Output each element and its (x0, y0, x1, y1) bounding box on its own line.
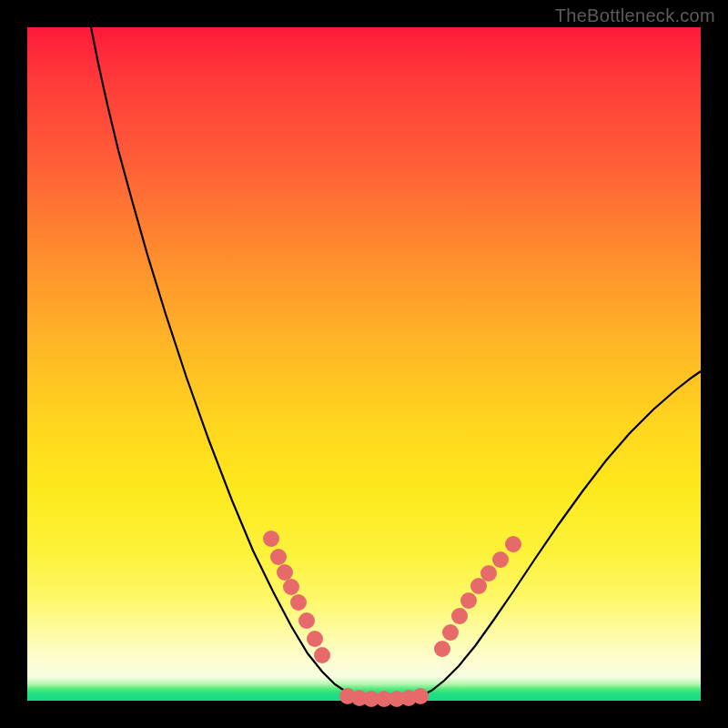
plot-area (27, 27, 701, 701)
data-point (451, 608, 468, 624)
data-point (307, 631, 323, 647)
dot-group-right (434, 536, 521, 657)
data-point (505, 536, 521, 552)
data-point (290, 594, 307, 611)
data-point (492, 551, 509, 568)
chart-frame: TheBottleneck.com (0, 0, 728, 728)
data-point (470, 578, 487, 594)
data-point (442, 624, 459, 641)
dot-group-left (263, 531, 330, 663)
chart-svg (27, 27, 701, 701)
data-point (277, 564, 293, 581)
dot-group-bottom (339, 688, 429, 707)
data-point (283, 579, 299, 595)
data-point (314, 647, 330, 663)
data-point (480, 565, 497, 581)
curve-left-branch (91, 27, 368, 698)
curve-right-branch (411, 371, 701, 698)
data-point (460, 592, 477, 609)
data-point (412, 688, 429, 704)
data-point (434, 641, 450, 657)
data-point (270, 549, 287, 565)
data-point (263, 531, 279, 547)
watermark-text: TheBottleneck.com (555, 5, 715, 26)
data-point (298, 612, 315, 629)
